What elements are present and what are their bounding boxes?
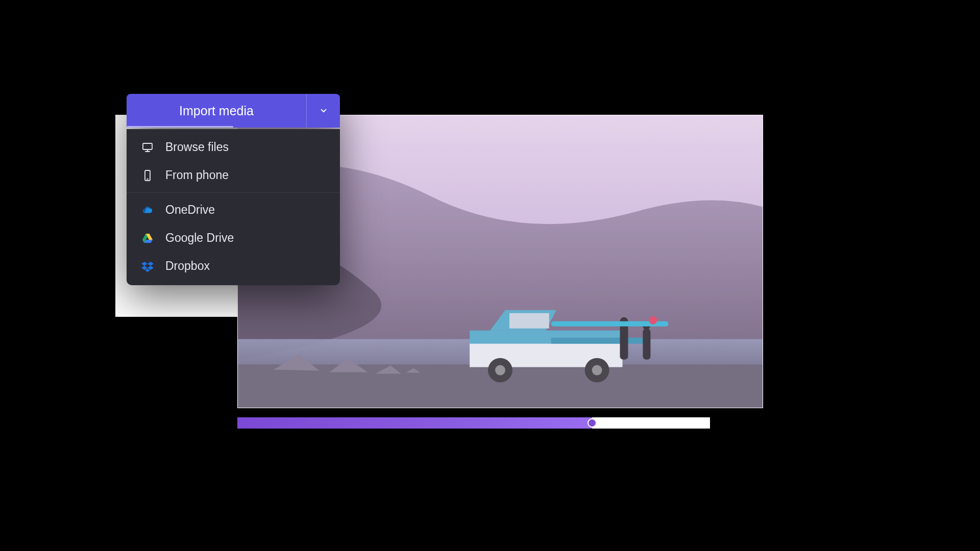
dropbox-icon [141,260,154,273]
menu-divider [127,192,340,193]
import-dropdown-menu: Browse files From phone OneDrive [127,129,340,285]
svg-marker-31 [141,262,148,266]
menu-item-label: Dropbox [165,259,210,273]
import-media-control: Import media Browse files [127,94,340,285]
import-media-button[interactable]: Import media [127,94,306,128]
import-button-highlight [127,126,233,128]
menu-item-google-drive[interactable]: Google Drive [127,224,340,252]
chevron-down-icon [319,106,328,115]
video-timeline[interactable] [237,417,710,429]
monitor-icon [141,141,154,154]
menu-item-label: Browse files [165,140,229,154]
menu-item-dropbox[interactable]: Dropbox [127,252,340,280]
svg-marker-35 [145,268,150,272]
menu-item-browse-files[interactable]: Browse files [127,133,340,161]
menu-item-label: OneDrive [165,203,215,217]
timeline-progress-fill [237,417,592,429]
svg-marker-32 [148,262,154,266]
menu-item-label: Google Drive [165,231,234,245]
phone-icon [141,169,154,182]
import-split-button: Import media [127,94,340,128]
svg-rect-23 [143,143,152,149]
google-drive-icon [141,232,154,245]
onedrive-icon [141,204,154,217]
menu-item-onedrive[interactable]: OneDrive [127,196,340,224]
timeline-playhead-handle[interactable] [587,418,597,428]
import-dropdown-toggle[interactable] [306,94,340,128]
menu-item-from-phone[interactable]: From phone [127,161,340,189]
menu-item-label: From phone [165,168,229,182]
